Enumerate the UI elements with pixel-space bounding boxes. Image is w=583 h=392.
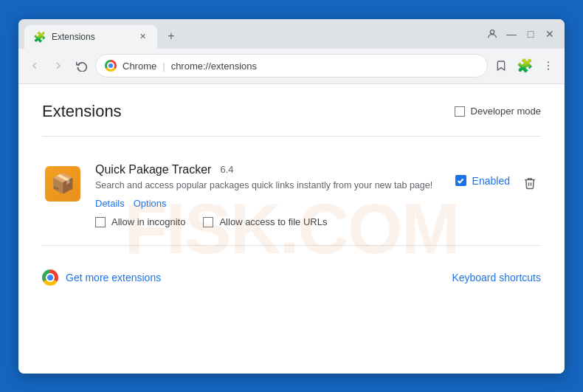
- allow-incognito-item[interactable]: Allow in incognito: [95, 216, 185, 227]
- get-more-extensions-wrap: Get more extensions: [42, 269, 161, 286]
- svg-point-3: [548, 69, 549, 70]
- extension-card: 📦 Quick Pakage Tracker 6.4 Search and ac…: [42, 151, 541, 240]
- chrome-logo-small: [42, 269, 58, 286]
- address-brand: Chrome: [123, 61, 156, 72]
- extension-links: Details Options: [95, 198, 444, 209]
- allow-file-urls-label: Allow access to file URLs: [219, 216, 327, 227]
- minimize-button[interactable]: —: [506, 28, 517, 40]
- profile-icon[interactable]: [486, 28, 498, 40]
- delete-extension-button[interactable]: [519, 175, 541, 195]
- active-tab[interactable]: 🧩 Extensions ✕: [24, 25, 157, 49]
- extension-version: 6.4: [220, 164, 233, 175]
- close-button[interactable]: ✕: [544, 28, 556, 40]
- page-content: FISK.COM Extensions Developer mode 📦 Qui…: [18, 84, 565, 374]
- allow-incognito-checkbox[interactable]: [95, 217, 106, 227]
- svg-point-0: [490, 30, 494, 33]
- extension-body: Quick Pakage Tracker 6.4 Search and acce…: [95, 163, 444, 228]
- get-more-extensions-link[interactable]: Get more extensions: [66, 272, 161, 283]
- developer-mode-checkbox[interactable]: [455, 106, 465, 117]
- extension-header: Quick Pakage Tracker 6.4: [95, 163, 444, 176]
- tab-favicon: 🧩: [33, 31, 46, 43]
- enabled-wrap[interactable]: Enabled: [455, 175, 510, 187]
- maximize-button[interactable]: □: [525, 28, 537, 40]
- window-controls: — □ ✕: [486, 28, 556, 40]
- title-bar: 🧩 Extensions ✕ + — □ ✕: [18, 19, 565, 49]
- extension-icon-wrap: 📦: [42, 163, 83, 204]
- puzzle-icon: 🧩: [517, 58, 533, 74]
- allow-file-urls-item[interactable]: Allow access to file URLs: [203, 216, 327, 227]
- address-input[interactable]: Chrome | chrome://extensions: [95, 54, 488, 78]
- extension-details-link[interactable]: Details: [95, 198, 125, 209]
- footer-divider: [42, 245, 541, 246]
- keyboard-shortcuts-link[interactable]: Keyboard shortcuts: [452, 272, 541, 283]
- toolbar-icons: 🧩: [491, 55, 559, 76]
- page-footer: Get more extensions Keyboard shortcuts: [42, 258, 541, 286]
- extension-actions: Enabled: [455, 163, 541, 228]
- page-header: Extensions Developer mode: [42, 102, 541, 121]
- extension-checkboxes: Allow in incognito Allow access to file …: [95, 216, 444, 227]
- extension-options-link[interactable]: Options: [134, 198, 167, 209]
- developer-mode-toggle[interactable]: Developer mode: [455, 106, 541, 117]
- menu-button[interactable]: [538, 55, 559, 76]
- allow-incognito-label: Allow in incognito: [111, 216, 185, 227]
- svg-point-2: [548, 65, 549, 66]
- extension-icon: 📦: [45, 166, 80, 202]
- extension-name: Quick Pakage Tracker: [95, 163, 211, 176]
- allow-file-urls-checkbox[interactable]: [203, 217, 213, 227]
- enabled-checkbox[interactable]: [455, 175, 466, 186]
- site-security-icon: [105, 60, 117, 72]
- extensions-puzzle-icon[interactable]: 🧩: [514, 55, 535, 76]
- svg-point-1: [548, 61, 549, 63]
- extension-description: Search and access popular packages quick…: [95, 179, 444, 193]
- back-button[interactable]: [24, 55, 45, 76]
- reload-button[interactable]: [72, 55, 92, 76]
- address-url: chrome://extensions: [171, 61, 257, 72]
- address-bar: Chrome | chrome://extensions 🧩: [18, 49, 565, 84]
- forward-button[interactable]: [48, 55, 69, 76]
- developer-mode-label: Developer mode: [471, 106, 541, 117]
- enabled-label: Enabled: [472, 175, 510, 187]
- page-title: Extensions: [42, 102, 122, 121]
- browser-window: 🧩 Extensions ✕ + — □ ✕ Chrom: [18, 19, 565, 374]
- tab-title: Extensions: [52, 32, 131, 42]
- tab-close-button[interactable]: ✕: [137, 31, 148, 43]
- bookmark-button[interactable]: [491, 55, 511, 76]
- header-divider: [42, 136, 541, 137]
- new-tab-button[interactable]: +: [160, 25, 182, 47]
- address-divider: |: [162, 61, 165, 72]
